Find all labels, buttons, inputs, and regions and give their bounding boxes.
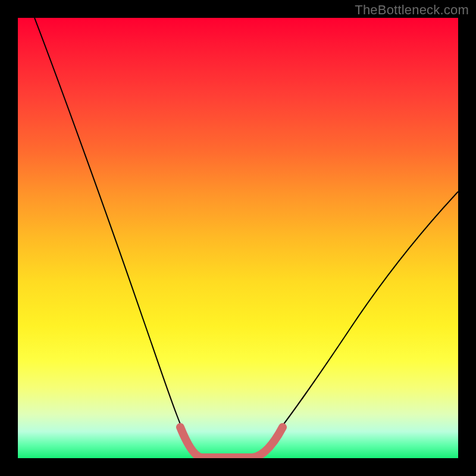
bottleneck-curve-right: [256, 192, 458, 458]
bottleneck-curve-left: [35, 18, 196, 458]
curve-layer: [18, 18, 458, 458]
chart-frame: TheBottleneck.com: [0, 0, 476, 476]
highlight-band: [180, 427, 283, 458]
watermark-text: TheBottleneck.com: [355, 2, 469, 18]
plot-area: [18, 18, 458, 458]
